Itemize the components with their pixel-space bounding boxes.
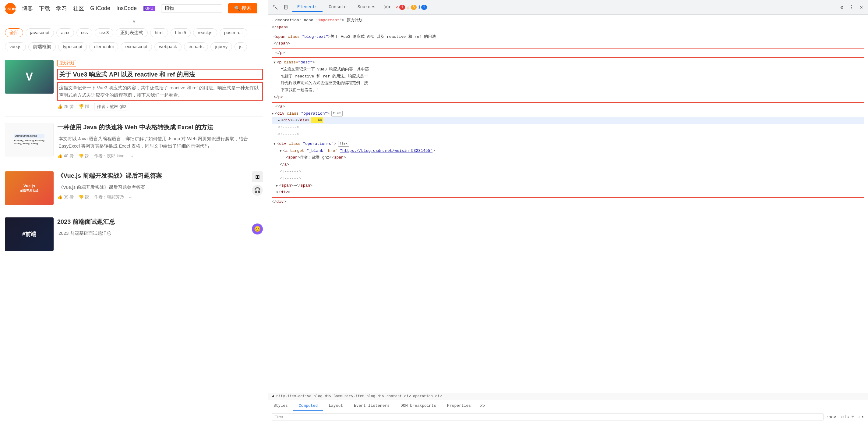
dislike-button[interactable]: 👎 踩 (79, 195, 89, 200)
code-line: 包括了 reactive 和 ref 的用法。响应式是一 (274, 73, 863, 80)
tag-regex[interactable]: 正则表达式 (116, 28, 148, 37)
filter-input[interactable] (272, 414, 824, 420)
expand-icon[interactable] (276, 182, 278, 189)
article-title[interactable]: 《Vue.js 前端开发实战》课后习题答案 (57, 171, 263, 180)
tab-more[interactable]: >> (476, 402, 488, 410)
code-line: <!------> (274, 168, 863, 175)
tag-postman[interactable]: postma... (220, 28, 248, 37)
tag-js[interactable]: javascript (26, 28, 54, 37)
article-item: String,String,String Printing, Printing,… (5, 117, 263, 165)
code-line: <!------> (272, 124, 864, 131)
tag-html[interactable]: html (150, 28, 168, 37)
author-label: 作者：朝武芳乃 (94, 195, 124, 200)
code-line: </a> (272, 103, 864, 110)
code-line: "这篇文章记录一下 Vue3 响应式的内容，其中还 (274, 66, 863, 73)
tab-layout[interactable]: Layout (323, 401, 348, 411)
article-badge: 原力计划 (57, 60, 76, 66)
like-button[interactable]: 👍 40 赞 (57, 153, 74, 159)
filter-bar: :hov .cls + ⊡ ↻ (268, 412, 868, 422)
article-header: 原力计划 (57, 60, 263, 66)
tab-more[interactable]: >> (382, 3, 393, 11)
search-button[interactable]: 🔍 搜索 (228, 3, 257, 13)
csdn-logo: CSDN (5, 3, 16, 14)
add-style-icon[interactable]: + (851, 414, 855, 420)
refresh-style-icon[interactable]: ↻ (862, 414, 864, 420)
device-icon[interactable] (281, 2, 291, 12)
copy-style-icon[interactable]: ⊡ (857, 414, 859, 420)
tag-ecma[interactable]: ecmascript (121, 43, 152, 51)
tag-jquery[interactable]: jquery (211, 43, 232, 51)
error-badge[interactable]: ✕ 1 (395, 5, 405, 10)
inspect-icon[interactable] (271, 2, 280, 12)
tag-jsmore[interactable]: js (235, 43, 247, 51)
article-title[interactable]: 2023 前端面试题汇总 (57, 217, 263, 226)
code-line: </span> (272, 24, 864, 31)
code-line: 下来我们一起看看。" (274, 87, 863, 94)
nav-learn[interactable]: 学习 (56, 5, 67, 12)
tag-echarts[interactable]: echarts (184, 43, 208, 51)
nav-inscode[interactable]: InsCode (116, 5, 137, 11)
like-button[interactable]: 👍 39 赞 (57, 195, 74, 200)
article-title[interactable]: 关于 Vue3 响应式 API 以及 reactive 和 ref 的用法 (57, 69, 263, 80)
dislike-button[interactable]: 👎 踩 (79, 104, 89, 110)
qr-icon[interactable]: ⊞ (252, 171, 263, 182)
breadcrumb-item[interactable]: div.operation (404, 394, 433, 398)
tag-css[interactable]: css (76, 28, 93, 37)
breadcrumb-item[interactable]: div.content (378, 394, 402, 398)
tag-vue[interactable]: vue.js (5, 43, 26, 51)
article-meta: 👍 40 赞 👎 踩 作者：夜郎 king ··· (57, 153, 263, 159)
expand-icon[interactable] (280, 148, 282, 154)
nav-gitcode[interactable]: GitCode (90, 5, 110, 11)
expand-icon[interactable] (274, 59, 276, 66)
tag-react[interactable]: react.js (193, 28, 217, 37)
expand-icon[interactable] (274, 141, 276, 147)
nav-blog[interactable]: 博客 (22, 5, 33, 12)
breadcrumb-back-icon[interactable]: ◄ (272, 394, 274, 398)
more-button[interactable]: ··· (129, 195, 132, 200)
code-line: </p> (272, 50, 864, 57)
warning-badge[interactable]: ⚠ 6 (407, 5, 416, 10)
gpu-badge: GPU (144, 6, 155, 11)
tag-all[interactable]: 全部 (5, 28, 23, 37)
warning-count: 6 (411, 5, 416, 10)
smiley-icon[interactable]: 😊 (252, 224, 263, 234)
settings-icon[interactable]: ⚙ (838, 3, 846, 11)
close-icon[interactable]: ✕ (857, 3, 866, 11)
expand-icon[interactable] (278, 117, 280, 124)
chevron-bar[interactable]: ∨ (0, 17, 268, 26)
tag-html5[interactable]: html5 (170, 28, 191, 37)
article-title[interactable]: 一种使用 Java 的快速将 Web 中表格转换成 Excel 的方法 (57, 123, 263, 132)
tag-ts[interactable]: typescript (58, 43, 87, 51)
nav-download[interactable]: 下载 (39, 5, 50, 12)
tab-console[interactable]: Console (324, 3, 351, 12)
tab-styles[interactable]: Styles (268, 401, 293, 411)
dislike-button[interactable]: 👎 踩 (79, 153, 89, 159)
tab-computed[interactable]: Computed (293, 401, 323, 411)
breadcrumb-item[interactable]: nity-item-active.blog (276, 394, 322, 398)
headset-icon[interactable]: 🎧 (252, 185, 263, 196)
like-button[interactable]: 👍 28 赞 (57, 104, 74, 110)
tab-event-listeners[interactable]: Event listeners (348, 401, 395, 411)
more-button[interactable]: ··· (129, 154, 133, 159)
breadcrumb-item[interactable]: div.Community-item.blog (325, 394, 375, 398)
article-desc: 2023 前端基础面试题汇总 (57, 228, 263, 238)
search-input[interactable] (164, 6, 219, 11)
tag-ajax[interactable]: ajax (56, 28, 74, 37)
breadcrumb-item[interactable]: div (435, 394, 442, 398)
tag-webpack[interactable]: webpack (154, 43, 182, 51)
expand-icon[interactable] (272, 111, 274, 117)
tag-elementui[interactable]: elementui (89, 43, 118, 51)
tag-css3[interactable]: css3 (95, 28, 113, 37)
code-line: </span> (274, 40, 863, 47)
more-button[interactable]: ··· (134, 104, 138, 109)
logo[interactable]: CSDN (5, 3, 16, 14)
more-options-icon[interactable]: ⋮ (847, 3, 856, 11)
tab-elements[interactable]: Elements (292, 3, 322, 12)
info-badge[interactable]: ℹ 1 (418, 5, 427, 10)
flex-badge: flex (338, 141, 349, 147)
tab-dom-breakpoints[interactable]: DOM breakpoints (395, 401, 442, 411)
tag-frontend[interactable]: 前端框架 (28, 43, 56, 51)
nav-community[interactable]: 社区 (73, 5, 84, 12)
tab-properties[interactable]: Properties (442, 401, 476, 411)
tab-sources[interactable]: Sources (353, 3, 380, 12)
